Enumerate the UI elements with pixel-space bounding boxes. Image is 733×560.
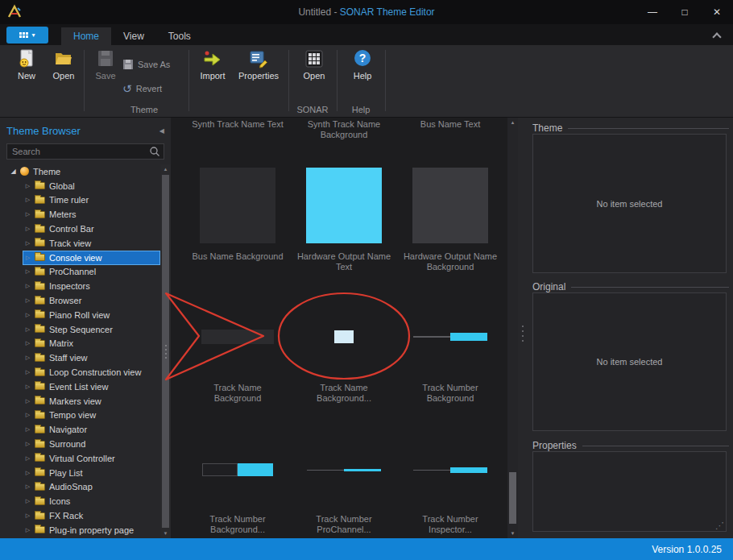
sidebar-item-icons[interactable]: ▷Icons [23, 494, 160, 508]
sidebar-item-browser[interactable]: ▷Browser [23, 293, 160, 308]
tree-root-theme[interactable]: ◢ Theme [0, 164, 160, 179]
sidebar-item-step-sequencer[interactable]: ▷Step Sequencer [23, 322, 160, 337]
sidebar-item-piano-roll-view[interactable]: ▷Piano Roll view [23, 308, 160, 322]
chevron-right-icon[interactable]: ▷ [23, 297, 33, 304]
app-menu-button[interactable]: ▾ [6, 27, 48, 44]
sidebar-item-staff-view[interactable]: ▷Staff view [23, 351, 160, 365]
chevron-right-icon[interactable]: ▷ [23, 426, 33, 433]
chevron-right-icon[interactable]: ▷ [23, 498, 33, 504]
scroll-down-icon[interactable]: ▼ [160, 529, 171, 538]
chevron-right-icon[interactable]: ▷ [23, 398, 33, 404]
resize-grip-icon[interactable]: ⋰ [715, 521, 724, 531]
theme-item-bus-name-text[interactable]: Bus Name Text [403, 119, 498, 130]
chevron-right-icon[interactable]: ▷ [23, 483, 33, 490]
tab-home[interactable]: Home [61, 27, 111, 45]
chevron-right-icon[interactable]: ▷ [23, 527, 33, 533]
theme-item-track-number-background-2[interactable] [190, 461, 285, 479]
chevron-right-icon[interactable]: ▷ [23, 340, 33, 346]
sidebar-item-matrix[interactable]: ▷Matrix [23, 337, 160, 351]
sonar-open-button[interactable]: Open [295, 48, 333, 102]
scrollbar-thumb[interactable] [162, 175, 169, 528]
chevron-right-icon[interactable]: ▷ [23, 183, 33, 189]
tree-scrollbar[interactable]: ▲ ▼ [160, 164, 171, 538]
sidebar-item-tempo-view[interactable]: ▷Tempo view [23, 409, 160, 423]
theme-item-track-name-background-2[interactable] [296, 326, 391, 348]
swatch[interactable] [201, 330, 274, 344]
theme-item-track-number-prochannel[interactable] [296, 461, 391, 479]
chevron-right-icon[interactable]: ▷ [23, 226, 33, 232]
theme-item-hardware-output-name-background[interactable] [403, 168, 498, 243]
sidebar-item-play-list[interactable]: ▷Play List [23, 466, 160, 480]
chevron-right-icon[interactable]: ▷ [23, 211, 33, 218]
scroll-down-icon[interactable]: ▼ [507, 529, 518, 538]
sidebar-item-global[interactable]: ▷Global [23, 179, 160, 193]
chevron-right-icon[interactable]: ▷ [23, 441, 33, 447]
chevron-right-icon[interactable]: ▷ [23, 240, 33, 247]
panel-splitter[interactable] [518, 118, 528, 538]
sidebar-item-meters[interactable]: ▷Meters [23, 207, 160, 222]
sidebar-item-virtual-controller[interactable]: ▷Virtual Controller [23, 451, 160, 466]
grid-scrollbar[interactable]: ▲ ▼ [507, 118, 518, 538]
theme-item-hardware-output-name-text[interactable] [296, 168, 391, 243]
save-button[interactable]: Save [87, 48, 124, 102]
scroll-up-icon[interactable]: ▲ [160, 164, 171, 174]
swatch[interactable] [202, 463, 238, 476]
chevron-right-icon[interactable]: ▷ [23, 512, 33, 519]
theme-item-synth-track-name-background[interactable]: Synth Track Name Background [296, 119, 391, 140]
chevron-right-icon[interactable]: ▷ [23, 268, 33, 275]
save-as-button[interactable]: Save As [122, 56, 188, 73]
swatch[interactable] [334, 330, 354, 343]
swatch[interactable] [413, 336, 450, 338]
sidebar-item-audiosnap[interactable]: ▷AudioSnap [23, 480, 160, 495]
theme-item-synth-track-name-text[interactable]: Synth Track Name Text [190, 119, 285, 130]
chevron-right-icon[interactable]: ▷ [23, 255, 33, 261]
open-button[interactable]: Open [45, 48, 82, 102]
sidebar-item-navigator[interactable]: ▷Navigator [23, 422, 160, 437]
ribbon-collapse-icon[interactable] [712, 32, 721, 41]
sidebar-item-event-list-view[interactable]: ▷Event List view [23, 380, 160, 394]
swatch[interactable] [238, 463, 273, 476]
help-button[interactable]: ? Help [343, 48, 382, 102]
sidebar-item-prochannel[interactable]: ▷ProChannel [23, 265, 160, 280]
chevron-right-icon[interactable]: ▷ [23, 283, 33, 289]
search-input[interactable] [7, 147, 149, 156]
scrollbar-thumb[interactable] [509, 472, 516, 524]
sidebar-item-track-view[interactable]: ▷Track view [23, 236, 160, 251]
swatch[interactable] [344, 469, 381, 471]
swatch[interactable] [200, 168, 275, 243]
tab-view[interactable]: View [111, 27, 156, 45]
minimize-button[interactable]: — [636, 0, 669, 24]
theme-item-bus-name-background[interactable] [190, 168, 285, 243]
tab-tools[interactable]: Tools [156, 27, 203, 45]
maximize-button[interactable]: □ [669, 0, 701, 24]
chevron-right-icon[interactable]: ▷ [23, 455, 33, 462]
theme-item-track-number-background[interactable] [403, 326, 498, 348]
chevron-right-icon[interactable]: ▷ [23, 312, 33, 318]
chevron-right-icon[interactable]: ▷ [23, 470, 33, 476]
theme-item-track-number-inspector[interactable] [403, 461, 498, 479]
chevron-right-icon[interactable]: ▷ [23, 412, 33, 418]
sidebar-item-fx-rack[interactable]: ▷FX Rack [23, 508, 160, 523]
chevron-right-icon[interactable]: ▷ [23, 384, 33, 390]
sidebar-item-control-bar[interactable]: ▷Control Bar [23, 222, 160, 236]
sidebar-item-markers-view[interactable]: ▷Markers view [23, 394, 160, 409]
close-button[interactable]: ✕ [701, 0, 733, 24]
sidebar-item-console-view[interactable]: ▷Console view [23, 251, 160, 265]
chevron-right-icon[interactable]: ▷ [23, 326, 33, 333]
import-button[interactable]: Import [193, 48, 232, 102]
chevron-right-icon[interactable]: ▷ [23, 369, 33, 375]
properties-button[interactable]: Properties [234, 48, 284, 102]
swatch[interactable] [412, 168, 488, 243]
sidebar-item-surround[interactable]: ▷Surround [23, 437, 160, 451]
scroll-up-icon[interactable]: ▲ [507, 118, 518, 127]
swatch[interactable] [307, 470, 344, 471]
panel-collapse-icon[interactable]: ◀ [159, 127, 164, 135]
sidebar-item-plug-in-property-page[interactable]: ▷Plug-in property page [23, 523, 160, 537]
swatch[interactable] [413, 470, 450, 471]
chevron-expanded-icon[interactable]: ◢ [8, 168, 19, 175]
swatch[interactable] [450, 467, 487, 473]
swatch[interactable] [306, 168, 382, 243]
sidebar-item-time-ruler[interactable]: ▷Time ruler [23, 193, 160, 208]
swatch[interactable] [450, 333, 487, 341]
chevron-right-icon[interactable]: ▷ [23, 355, 33, 361]
